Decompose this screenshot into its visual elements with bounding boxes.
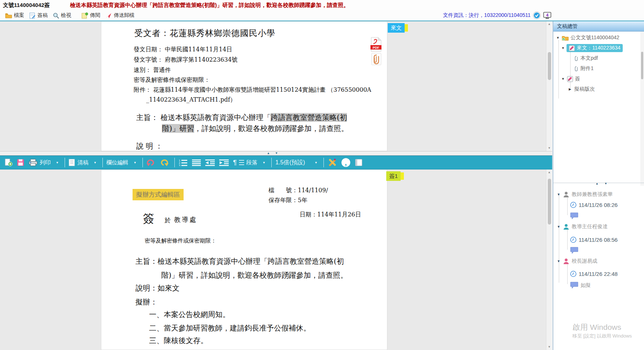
chevron-down-icon[interactable] [556,36,560,40]
approval-entry-comment[interactable] [570,247,580,254]
sign-doc-tab[interactable]: 簽1 [386,171,405,181]
approval-entry-name[interactable]: 教師兼教務張素華 [557,191,613,198]
sign-scrollbar[interactable] [546,169,552,350]
recipient-line: 受文者：花蓮縣秀林鄉崇德國民小學 [134,28,275,39]
clean-caret-icon[interactable] [94,161,97,164]
comma-icon: , [341,158,350,167]
scroll-thumb[interactable] [548,52,551,80]
incoming-doc-tab[interactable]: 來文 [388,23,409,33]
proposal-item: 二、當天參加研習教師，建請鈞長准予公假補休。 [149,323,311,333]
tree-label: 本文pdf [580,55,598,62]
tree-node-bodypdf[interactable]: 本文pdf [574,55,598,62]
print-label: 列印 [40,159,51,166]
sign-page[interactable]: 擬辦方式編輯區 檔 號：114/1109/ 保存年限：5年 日期：114年11月… [101,169,387,350]
menu-label: 檢視 [61,12,71,19]
approval-name: 教師兼教務張素華 [572,191,613,198]
field-edit-caret-icon[interactable] [134,161,137,164]
tree-node-attachment1[interactable]: 附件1 [574,65,594,72]
splitter-collapse-icons[interactable]: ▲▼ [596,182,613,185]
pdf-attachment-icon[interactable]: PDF [370,37,382,52]
line-spacing-caret-icon[interactable] [315,161,318,164]
approval-name: 校長謝易成 [572,258,597,265]
tree-node-draft-versions[interactable]: 擬稿版次 [569,86,595,92]
paragraph-button[interactable]: ¶ 段落 [233,159,265,166]
sign-at-label: 於 [164,216,171,225]
menu-send-archive[interactable]: 傳送歸檔 [105,12,134,19]
print-button[interactable]: 列印 [29,159,59,166]
toolbar-separator [102,158,103,167]
chevron-right-icon[interactable] [569,87,572,91]
dictionary-button[interactable] [355,158,363,167]
document-column: 受文者：花蓮縣秀林鄉崇德國民小學 發文日期： 中華民國114年11月14日 發文… [0,21,552,350]
undo-button[interactable] [146,159,155,166]
approval-name: 教導主任程俊達 [572,223,608,230]
edit-area-label[interactable]: 擬辦方式編輯區 [133,189,184,200]
field-edit-button[interactable]: 欄位編輯 [106,159,137,166]
timeline-connector [559,194,559,282]
subject-line-2: 階)」研習，詳如說明，歡迎各校教師踴躍參加，請查照。 [162,124,348,134]
pdf-icon-label: PDF [373,46,380,50]
proposal-item: 一、本案公告校網周知。 [149,310,230,320]
numbered-list-button[interactable]: 123 [178,159,188,166]
incoming-doc-pane: 受文者：花蓮縣秀林鄉崇德國民小學 發文日期： 中華民國114年11月14日 發文… [0,21,552,151]
tree-node-sign[interactable]: 簽 [561,76,580,82]
splitter-collapse-icons[interactable]: ▲▼ [267,152,283,155]
justify-button[interactable] [192,159,201,166]
menu-circulate[interactable]: 傳閱 [82,12,100,19]
chevron-down-icon[interactable] [561,46,565,50]
incoming-scrollbar[interactable] [546,21,552,151]
approval-entry-comment[interactable] [570,212,580,219]
person-icon [563,223,569,230]
clip-attachment-icon[interactable] [371,52,382,66]
new-doc-button[interactable] [4,158,12,167]
sidebar-scrollbar[interactable] [640,32,644,186]
clean-draft-button[interactable]: 清稿 [69,159,97,166]
chevron-down-icon[interactable] [557,193,561,196]
retention-line: 保存年限：5年 [268,197,307,204]
print-caret-icon[interactable] [56,161,59,164]
tools-button[interactable] [328,158,337,167]
app-window: 文號1140004042簽 檢送本縣英語教育資源中心辦理「跨語言教室營造策略(初… [0,0,644,350]
scroll-up-button[interactable] [546,169,552,175]
incoming-page[interactable]: 受文者：花蓮縣秀林鄉崇德國民小學 發文日期： 中華民國114年11月14日 發文… [101,21,387,151]
menu-archive[interactable]: 檔案 [5,12,24,19]
scroll-up-button[interactable] [546,21,552,27]
indent-button[interactable] [219,159,229,166]
sidebar-splitter[interactable]: ▲▼ [553,183,644,183]
attachment-line: 附件： 花蓮縣114學年度國中小教師寒假雙語增能研習1150124實施計畫 （3… [134,86,371,94]
approval-entry-name[interactable]: 校長謝易成 [557,258,597,265]
menu-view[interactable]: 檢視 [53,12,71,19]
approval-entry-comment[interactable]: 如擬 [570,282,591,289]
chevron-down-icon[interactable] [557,259,561,263]
save-button[interactable] [17,159,24,166]
crossed-pencils-icon [328,158,337,167]
approval-time: 114/11/26 08:26 [579,202,618,208]
monitor-badge-icon[interactable]: 4 [543,12,551,19]
paragraph-caret-icon[interactable] [263,161,265,164]
line-spacing-select[interactable]: 1.5倍(預設) [275,159,318,167]
scroll-down-button[interactable] [546,145,552,151]
outdent-button[interactable] [205,159,215,166]
meta-line: 發文日期： 中華民國114年11月14日 [134,46,232,54]
approval-entry-name[interactable]: 教導主任程俊達 [557,223,608,230]
clean-draft-icon [69,159,75,166]
punctuation-button[interactable]: , [341,158,350,167]
scroll-thumb[interactable] [548,179,551,225]
check-circle-icon[interactable] [533,11,541,19]
windows-watermark-sub: 移至 [設定] 以啟用 Windows [572,333,632,339]
redo-button[interactable] [160,159,169,166]
menu-draft[interactable]: 簽稿 [29,12,48,19]
scroll-thumb[interactable] [641,52,643,79]
chevron-down-icon[interactable] [561,77,565,81]
person-icon [563,258,569,265]
incoming-tab-label: 來文 [388,23,405,33]
scroll-down-button[interactable] [546,344,552,350]
pane-splitter[interactable]: ▲▼ [0,151,552,156]
clock-icon [570,271,576,277]
chevron-down-icon[interactable] [557,225,561,229]
person-icon [563,191,569,198]
tree-node-incoming[interactable]: 來文：1140223634 [561,44,623,52]
tree-root-docno[interactable]: 公文文號1140004042 [556,34,619,41]
tree-node-incoming-selected[interactable]: 來文：1140223634 [567,44,623,52]
field-edit-label: 欄位編輯 [106,159,129,166]
